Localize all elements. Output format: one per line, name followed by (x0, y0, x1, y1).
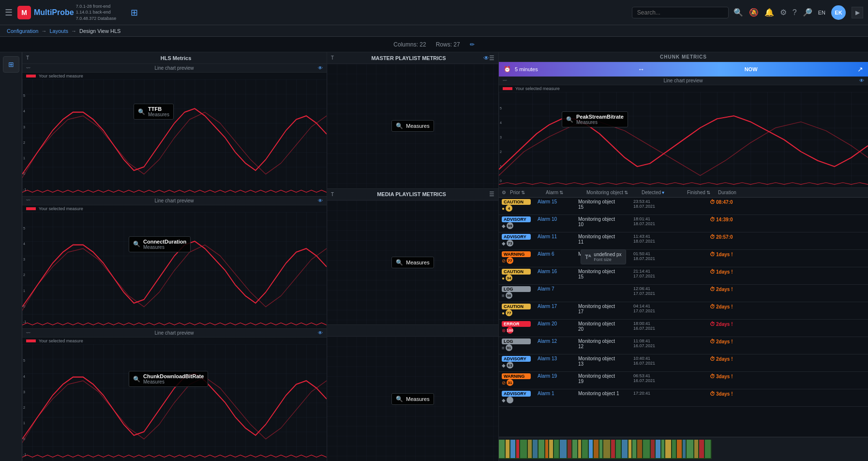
expand-icon[interactable]: ↗ (857, 65, 863, 73)
svg-rect-27 (599, 440, 602, 458)
edit-grid-icon[interactable]: ✏ (470, 41, 475, 48)
media-measures-label-2: Measures (406, 396, 429, 402)
settings-icon[interactable]: ⚙ (780, 8, 787, 17)
chart-area-1: 5 4 3 2 1 0 -1 (22, 79, 327, 196)
alarm-row-9[interactable]: ADVISORY ◆ 63 Alarm 13 Monitoring object… (499, 354, 868, 372)
sev-num-7: ⊗ 100 (502, 327, 536, 334)
alarm-row-10[interactable]: WARNING ⊘ 31 Alarm 19 Monitoring object … (499, 372, 868, 389)
tooltip-search-icon-1: 🔍 (138, 108, 145, 115)
alarm-mo-4: Monitoring object (578, 269, 631, 274)
sev-icon-10: ⊘ (502, 380, 506, 385)
version-info: 7.0.1-28 front-end 1.14.0.1 back-end 7.0… (76, 3, 117, 22)
duration-clock-icon-11: ⏱ (710, 391, 715, 397)
sev-num-0: ● 4 (502, 205, 536, 212)
chart-area-2: 5 4 3 2 1 0 -1 🔍 (22, 212, 327, 329)
minutes-dropdown[interactable]: 5 minutes (515, 66, 538, 72)
svg-rect-16 (539, 440, 544, 458)
help-icon[interactable]: ? (793, 8, 797, 17)
alarm-detected-cell-5: 12:06:41 17.07.2021 (633, 286, 677, 296)
alarm-row-5[interactable]: LOG ≡ 98 Alarm 7 12:06:41 17.07.2021 ⏱ 2… (499, 285, 868, 302)
svg-rect-29 (611, 440, 615, 458)
alarm-mo2-4: 15 (578, 274, 631, 279)
alarm-detected-date-9: 16.07.2021 (633, 361, 677, 366)
alarm-detected-cell-4: 21:14:41 17.07.2021 (633, 269, 677, 278)
search-input[interactable] (632, 7, 729, 18)
master-table-icon[interactable]: ☰ (489, 55, 494, 61)
alarm-row-8[interactable]: LOG ≡ 91 Alarm 12 Monitoring object 12 1… (499, 337, 868, 354)
user-avatar[interactable]: EK (831, 5, 846, 20)
breadcrumb-layouts[interactable]: Layouts (49, 28, 68, 34)
col-header-duration[interactable]: Duration (718, 190, 752, 195)
connect-duration-tooltip: 🔍 ConnectDuration Measures (129, 236, 191, 252)
chunk-dl-tooltip: 🔍 ChunkDownloadBitRate Measures (129, 371, 208, 387)
alarm-name-4: Alarm 16 (538, 269, 576, 274)
alarm-name-1: Alarm 10 (538, 216, 576, 222)
layout-selector-button[interactable]: ⊞ (3, 56, 19, 73)
alarm-duration-cell-8: ⏱ 2days ! (710, 338, 744, 344)
alarm-severity-cell-3: WARNING ⊘ 77 (502, 251, 536, 264)
alarm-muted-icon[interactable]: 🔔 (764, 8, 774, 17)
duration-clock-icon-5: ⏱ (710, 286, 715, 292)
lang-button[interactable]: EN (818, 10, 825, 15)
chart-type-icon-2: 〰 (26, 198, 30, 203)
alarm-mo-cell-10: Monitoring object 19 (578, 373, 631, 384)
alarm-name-9: Alarm 13 (538, 356, 576, 361)
media-chart-area-2: 🔍 Measures (327, 337, 498, 461)
col-header-monitoring[interactable]: Monitoring object ⇅ (586, 190, 640, 195)
alarm-detected-date-8: 16.07.2021 (633, 343, 677, 348)
alarm-row-0[interactable]: CAUTION ● 4 Alarm 15 Monitoring object 1… (499, 198, 868, 215)
alarm-row-2[interactable]: ADVISORY ◆ 73 Alarm 11 Monitoring object… (499, 232, 868, 250)
alarm-detected-cell-1: 18:01:41 18.07.2021 (633, 216, 677, 226)
alarm-row-1[interactable]: ADVISORY ◆ 99 Alarm 10 Monitoring object… (499, 215, 868, 232)
alarm-duration-10: ⏱ 3days ! (710, 373, 744, 379)
svg-rect-38 (661, 440, 664, 458)
alarm-row-6[interactable]: CAUTION ● 77 Alarm 17 Monitoring object … (499, 302, 868, 320)
alarm-row-4[interactable]: CAUTION ● 34 Alarm 16 Monitoring object … (499, 267, 868, 285)
col-header-detected[interactable]: Detected ▾ (642, 190, 685, 195)
media-measures-label-1: Measures (406, 260, 429, 265)
tooltip-search-icon-2: 🔍 (133, 241, 140, 247)
alarm-name-cell-9: Alarm 13 (538, 356, 576, 361)
col-header-prior[interactable]: Prior ⇅ (510, 190, 544, 195)
alarm-detected-cell-8: 11:08:41 16.07.2021 (633, 338, 677, 348)
hls-metrics-panel: T HLS Metrics 〰 Line chart preview 👁 You… (22, 52, 327, 461)
svg-rect-13 (520, 440, 527, 458)
media-panel-header-1: T MEDIA PLAYLIST METRICS ☰ (327, 189, 498, 200)
time-nav-arrows[interactable]: ↔ (638, 65, 644, 73)
sidebar-toggle-button[interactable]: ▶ (852, 7, 863, 18)
col-header-finished[interactable]: Finished ⇅ (687, 190, 716, 195)
alarm-name-3: Alarm 6 (538, 251, 576, 257)
severity-badge-7: ERROR (502, 321, 531, 327)
alarm-row-11[interactable]: ADVISORY ◆ Alarm 1 Monitoring object 1 1… (499, 389, 868, 407)
media-table-icon-1[interactable]: ☰ (489, 191, 494, 198)
chunk-eye-icon[interactable]: 👁 (859, 78, 864, 83)
alarm-detected-date-0: 18.07.2021 (633, 204, 677, 209)
logo-text: MultiProbe (34, 8, 74, 17)
line-chart-preview-label-3: Line chart preview (154, 330, 194, 336)
alarm-row-3[interactable]: WARNING ⊘ 77 Alarm 6 Monitoring object 6… (499, 250, 868, 267)
alarm-mo2-9: 13 (578, 361, 631, 367)
grid-view-icon[interactable]: ⊞ (131, 7, 138, 18)
media-playlist-panel-2: 🔍 Measures (327, 325, 498, 461)
connect-tooltip-title: ConnectDuration (143, 239, 186, 245)
font-size-undefined: undefined px (594, 252, 621, 257)
alarm-row-7[interactable]: ERROR ⊗ 100 Alarm 20 Monitoring object 2… (499, 320, 868, 337)
search2-icon[interactable]: 🔎 (803, 8, 812, 17)
duration-clock-icon-7: ⏱ (710, 321, 715, 327)
alarm-duration-5: ⏱ 2days ! (710, 286, 744, 292)
eye-icon-1[interactable]: 👁 (318, 65, 323, 71)
sev-num-9: ◆ 63 (502, 362, 536, 369)
alarm-filter-icon: ⚙ (502, 190, 506, 195)
sev-circle-0: 4 (506, 205, 512, 212)
master-eye-icon[interactable]: 👁 (483, 55, 489, 61)
eye-icon-3[interactable]: 👁 (318, 330, 323, 336)
hamburger-menu[interactable]: ☰ (5, 7, 13, 18)
svg-rect-28 (603, 440, 610, 458)
notification-muted-icon[interactable]: 🔕 (749, 8, 759, 17)
search-icon[interactable]: 🔍 (733, 8, 743, 17)
breadcrumb-config[interactable]: Configuration (7, 28, 38, 34)
col-header-alarm[interactable]: Alarm ⇅ (546, 190, 584, 195)
eye-icon-2[interactable]: 👁 (318, 198, 323, 203)
chart-legend-2: Your selected measure (22, 205, 327, 212)
sev-circle-5: 98 (506, 292, 512, 299)
